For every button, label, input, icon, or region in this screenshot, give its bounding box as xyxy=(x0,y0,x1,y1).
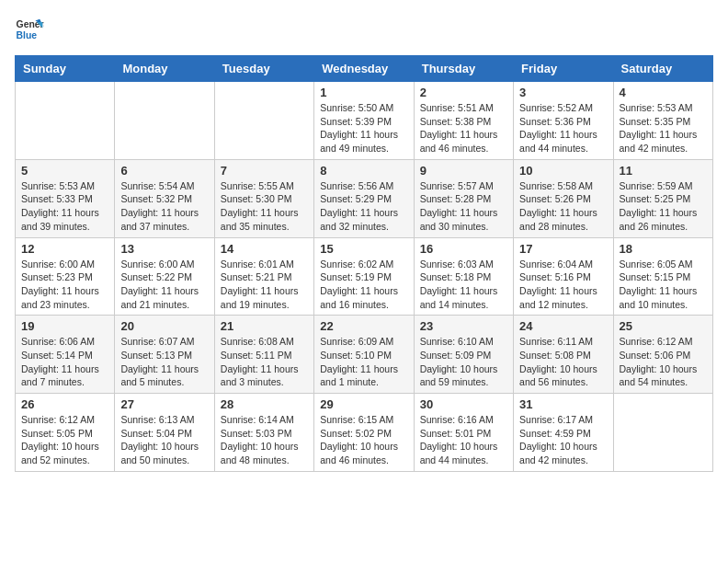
day-info: Sunrise: 5:55 AM Sunset: 5:30 PM Dayligh… xyxy=(221,179,308,234)
day-info: Sunrise: 6:13 AM Sunset: 5:04 PM Dayligh… xyxy=(120,413,208,467)
day-number: 7 xyxy=(221,164,308,178)
day-info: Sunrise: 6:08 AM Sunset: 5:11 PM Dayligh… xyxy=(221,335,308,389)
day-number: 30 xyxy=(420,397,507,411)
day-info: Sunrise: 6:00 AM Sunset: 5:22 PM Dayligh… xyxy=(120,258,208,312)
day-info: Sunrise: 6:14 AM Sunset: 5:03 PM Dayligh… xyxy=(221,413,308,467)
calendar-cell: 4Sunrise: 5:53 AM Sunset: 5:35 PM Daylig… xyxy=(613,82,712,160)
calendar-cell: 16Sunrise: 6:03 AM Sunset: 5:18 PM Dayli… xyxy=(414,237,513,316)
svg-text:Blue: Blue xyxy=(17,30,38,40)
calendar-cell: 17Sunrise: 6:04 AM Sunset: 5:16 PM Dayli… xyxy=(514,237,613,316)
day-info: Sunrise: 6:15 AM Sunset: 5:02 PM Dayligh… xyxy=(320,413,407,467)
day-number: 25 xyxy=(620,319,707,333)
day-info: Sunrise: 6:06 AM Sunset: 5:14 PM Dayligh… xyxy=(21,335,108,389)
calendar-cell: 28Sunrise: 6:14 AM Sunset: 5:03 PM Dayli… xyxy=(214,394,313,472)
day-number: 5 xyxy=(21,164,108,178)
calendar-cell: 18Sunrise: 6:05 AM Sunset: 5:15 PM Dayli… xyxy=(613,237,712,316)
day-info: Sunrise: 6:02 AM Sunset: 5:19 PM Dayligh… xyxy=(320,258,407,312)
day-number: 14 xyxy=(221,242,308,256)
calendar-cell: 9Sunrise: 5:57 AM Sunset: 5:28 PM Daylig… xyxy=(414,159,513,237)
weekday-header-sunday: Sunday xyxy=(16,56,115,82)
day-info: Sunrise: 5:51 AM Sunset: 5:38 PM Dayligh… xyxy=(420,101,507,155)
day-number: 23 xyxy=(420,319,507,333)
day-number: 11 xyxy=(620,164,707,178)
day-number: 15 xyxy=(320,242,407,256)
day-info: Sunrise: 5:56 AM Sunset: 5:29 PM Dayligh… xyxy=(320,179,407,234)
calendar-cell: 13Sunrise: 6:00 AM Sunset: 5:22 PM Dayli… xyxy=(115,237,214,316)
calendar-cell: 12Sunrise: 6:00 AM Sunset: 5:23 PM Dayli… xyxy=(16,237,115,316)
day-number: 16 xyxy=(420,242,507,256)
calendar-cell: 30Sunrise: 6:16 AM Sunset: 5:01 PM Dayli… xyxy=(414,394,513,472)
calendar-cell: 19Sunrise: 6:06 AM Sunset: 5:14 PM Dayli… xyxy=(16,316,115,394)
weekday-header-monday: Monday xyxy=(115,56,214,82)
weekday-header-thursday: Thursday xyxy=(414,56,513,82)
calendar-cell: 20Sunrise: 6:07 AM Sunset: 5:13 PM Dayli… xyxy=(115,316,214,394)
calendar-week-row: 1Sunrise: 5:50 AM Sunset: 5:39 PM Daylig… xyxy=(16,82,713,160)
day-info: Sunrise: 6:07 AM Sunset: 5:13 PM Dayligh… xyxy=(120,335,208,389)
calendar-cell: 24Sunrise: 6:11 AM Sunset: 5:08 PM Dayli… xyxy=(514,316,613,394)
calendar-cell: 1Sunrise: 5:50 AM Sunset: 5:39 PM Daylig… xyxy=(314,82,414,160)
calendar-cell xyxy=(115,82,214,160)
calendar-cell: 23Sunrise: 6:10 AM Sunset: 5:09 PM Dayli… xyxy=(414,316,513,394)
day-info: Sunrise: 6:05 AM Sunset: 5:15 PM Dayligh… xyxy=(620,258,707,312)
day-number: 18 xyxy=(620,242,707,256)
day-info: Sunrise: 5:58 AM Sunset: 5:26 PM Dayligh… xyxy=(519,179,607,234)
day-number: 13 xyxy=(120,242,208,256)
day-number: 9 xyxy=(420,164,507,178)
day-info: Sunrise: 6:17 AM Sunset: 4:59 PM Dayligh… xyxy=(519,413,607,467)
calendar-cell: 6Sunrise: 5:54 AM Sunset: 5:32 PM Daylig… xyxy=(115,159,214,237)
day-number: 20 xyxy=(120,319,208,333)
weekday-header-wednesday: Wednesday xyxy=(314,56,414,82)
calendar-cell: 5Sunrise: 5:53 AM Sunset: 5:33 PM Daylig… xyxy=(16,159,115,237)
day-number: 19 xyxy=(21,319,108,333)
day-info: Sunrise: 5:54 AM Sunset: 5:32 PM Dayligh… xyxy=(120,179,208,234)
day-info: Sunrise: 6:11 AM Sunset: 5:08 PM Dayligh… xyxy=(519,335,607,389)
calendar-table: SundayMondayTuesdayWednesdayThursdayFrid… xyxy=(15,55,713,472)
day-info: Sunrise: 6:10 AM Sunset: 5:09 PM Dayligh… xyxy=(420,335,507,389)
calendar-cell: 11Sunrise: 5:59 AM Sunset: 5:25 PM Dayli… xyxy=(613,159,712,237)
calendar-cell: 2Sunrise: 5:51 AM Sunset: 5:38 PM Daylig… xyxy=(414,82,513,160)
day-info: Sunrise: 6:03 AM Sunset: 5:18 PM Dayligh… xyxy=(420,258,507,312)
calendar-week-row: 19Sunrise: 6:06 AM Sunset: 5:14 PM Dayli… xyxy=(16,316,713,394)
day-info: Sunrise: 6:00 AM Sunset: 5:23 PM Dayligh… xyxy=(21,258,108,312)
day-info: Sunrise: 6:09 AM Sunset: 5:10 PM Dayligh… xyxy=(320,335,407,389)
day-number: 26 xyxy=(21,397,108,411)
day-info: Sunrise: 5:52 AM Sunset: 5:36 PM Dayligh… xyxy=(519,101,607,155)
day-info: Sunrise: 5:53 AM Sunset: 5:35 PM Dayligh… xyxy=(620,101,707,155)
calendar-cell: 21Sunrise: 6:08 AM Sunset: 5:11 PM Dayli… xyxy=(214,316,313,394)
logo-icon: General Blue xyxy=(15,15,44,44)
calendar-cell: 15Sunrise: 6:02 AM Sunset: 5:19 PM Dayli… xyxy=(314,237,414,316)
calendar-cell: 3Sunrise: 5:52 AM Sunset: 5:36 PM Daylig… xyxy=(514,82,613,160)
calendar-cell xyxy=(613,394,712,472)
calendar-cell: 14Sunrise: 6:01 AM Sunset: 5:21 PM Dayli… xyxy=(214,237,313,316)
day-info: Sunrise: 5:53 AM Sunset: 5:33 PM Dayligh… xyxy=(21,179,108,234)
calendar-cell: 27Sunrise: 6:13 AM Sunset: 5:04 PM Dayli… xyxy=(115,394,214,472)
calendar-cell: 31Sunrise: 6:17 AM Sunset: 4:59 PM Dayli… xyxy=(514,394,613,472)
day-number: 3 xyxy=(519,86,607,99)
logo: General Blue xyxy=(15,15,48,44)
day-number: 17 xyxy=(519,242,607,256)
day-number: 2 xyxy=(420,86,507,99)
weekday-header-saturday: Saturday xyxy=(613,56,712,82)
day-info: Sunrise: 6:16 AM Sunset: 5:01 PM Dayligh… xyxy=(420,413,507,467)
weekday-header-row: SundayMondayTuesdayWednesdayThursdayFrid… xyxy=(16,56,713,82)
day-number: 22 xyxy=(320,319,407,333)
day-number: 28 xyxy=(221,397,308,411)
weekday-header-tuesday: Tuesday xyxy=(214,56,313,82)
page-header: General Blue xyxy=(15,15,713,44)
calendar-cell: 29Sunrise: 6:15 AM Sunset: 5:02 PM Dayli… xyxy=(314,394,414,472)
calendar-week-row: 26Sunrise: 6:12 AM Sunset: 5:05 PM Dayli… xyxy=(16,394,713,472)
day-number: 29 xyxy=(320,397,407,411)
day-info: Sunrise: 6:04 AM Sunset: 5:16 PM Dayligh… xyxy=(519,258,607,312)
day-info: Sunrise: 6:01 AM Sunset: 5:21 PM Dayligh… xyxy=(221,258,308,312)
calendar-week-row: 12Sunrise: 6:00 AM Sunset: 5:23 PM Dayli… xyxy=(16,237,713,316)
calendar-cell xyxy=(16,82,115,160)
weekday-header-friday: Friday xyxy=(514,56,613,82)
day-number: 31 xyxy=(519,397,607,411)
day-number: 6 xyxy=(120,164,208,178)
day-number: 4 xyxy=(620,86,707,99)
day-number: 27 xyxy=(120,397,208,411)
day-info: Sunrise: 6:12 AM Sunset: 5:06 PM Dayligh… xyxy=(620,335,707,389)
calendar-cell xyxy=(214,82,313,160)
day-number: 8 xyxy=(320,164,407,178)
calendar-cell: 8Sunrise: 5:56 AM Sunset: 5:29 PM Daylig… xyxy=(314,159,414,237)
